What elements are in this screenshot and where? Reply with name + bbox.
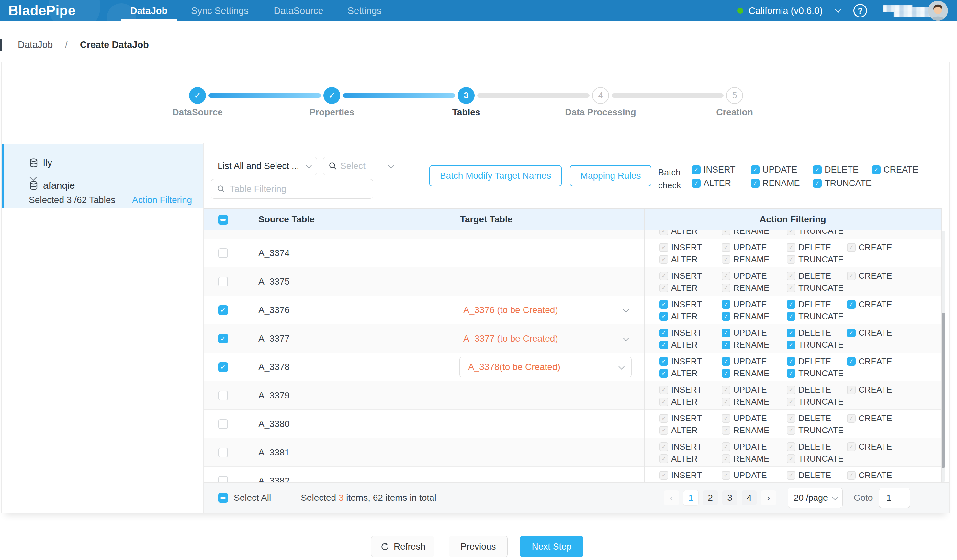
checkbox[interactable]: ✓: [660, 300, 668, 309]
batch-action-insert[interactable]: ✓INSERT: [692, 165, 751, 175]
batch-action-rename[interactable]: ✓RENAME: [751, 178, 813, 188]
checkbox[interactable]: ✓: [813, 179, 822, 188]
checkbox[interactable]: ✓: [751, 166, 760, 174]
refresh-button[interactable]: Refresh: [371, 536, 434, 557]
batch-action-update[interactable]: ✓UPDATE: [751, 165, 813, 175]
checkbox[interactable]: ✓: [787, 341, 796, 349]
help-icon[interactable]: ?: [853, 4, 867, 17]
checkbox[interactable]: ✓: [692, 166, 701, 174]
page-button-2[interactable]: 2: [703, 491, 718, 505]
checkbox[interactable]: ✓: [722, 341, 730, 349]
brand-logo[interactable]: BladePipe: [8, 0, 76, 21]
action-rename[interactable]: ✓RENAME: [722, 311, 787, 321]
action-update[interactable]: ✓UPDATE: [722, 357, 787, 366]
page-button-4[interactable]: 4: [742, 491, 756, 505]
action-create[interactable]: ✓CREATE: [847, 328, 892, 338]
mapping-rules-button[interactable]: Mapping Rules: [570, 165, 651, 186]
action-alter[interactable]: ✓ALTER: [660, 368, 722, 378]
action-truncate[interactable]: ✓TRUNCATE: [787, 340, 847, 350]
checkbox[interactable]: ✓: [660, 328, 668, 337]
checkbox[interactable]: ✓: [218, 305, 228, 315]
checkbox[interactable]: ✓: [660, 341, 668, 349]
nav-item-datajob[interactable]: DataJob: [121, 0, 177, 21]
checkbox[interactable]: ✓: [787, 312, 796, 321]
checkbox[interactable]: ✓: [787, 300, 796, 309]
checkbox[interactable]: ✓: [722, 369, 730, 378]
select-all-header-checkbox[interactable]: [218, 215, 228, 225]
batch-action-truncate[interactable]: ✓TRUNCATE: [813, 178, 872, 188]
action-filtering-link[interactable]: Action Filtering: [132, 195, 192, 205]
checkbox[interactable]: ✓: [218, 362, 228, 372]
scrollbar-thumb[interactable]: [942, 313, 945, 468]
checkbox[interactable]: [218, 277, 228, 287]
action-alter[interactable]: ✓ALTER: [660, 311, 722, 321]
checkbox[interactable]: ✓: [722, 300, 730, 309]
checkbox[interactable]: [218, 448, 228, 457]
batch-action-create[interactable]: ✓CREATE: [872, 165, 919, 175]
table-filter-field[interactable]: [211, 179, 373, 199]
page-button-1[interactable]: 1: [684, 491, 698, 505]
selected-schema-card[interactable]: lly afanqie Selected 3 /62 Tables Action…: [2, 144, 203, 208]
action-insert[interactable]: ✓INSERT: [660, 300, 722, 309]
target-table-name[interactable]: A_3377 (to be Created): [463, 324, 558, 353]
action-rename[interactable]: ✓RENAME: [722, 340, 787, 350]
target-table-select[interactable]: A_3378(to be Created): [460, 357, 632, 377]
target-database-row[interactable]: afanqie: [29, 180, 75, 191]
batch-action-alter[interactable]: ✓ALTER: [692, 178, 751, 188]
checkbox[interactable]: ✓: [660, 357, 668, 366]
checkbox[interactable]: ✓: [787, 328, 796, 337]
checkbox[interactable]: [218, 391, 228, 401]
checkbox[interactable]: [218, 419, 228, 429]
checkbox[interactable]: ✓: [872, 166, 881, 174]
action-create[interactable]: ✓CREATE: [847, 300, 892, 309]
action-truncate[interactable]: ✓TRUNCATE: [787, 311, 847, 321]
environment-selector[interactable]: California (v0.6.0): [749, 0, 823, 21]
select-all-checkbox[interactable]: [218, 493, 228, 503]
action-update[interactable]: ✓UPDATE: [722, 328, 787, 338]
list-mode-select[interactable]: List All and Select ...: [211, 157, 317, 175]
avatar[interactable]: [928, 1, 948, 21]
action-create[interactable]: ✓CREATE: [847, 357, 892, 366]
action-insert[interactable]: ✓INSERT: [660, 357, 722, 366]
pager-next-button[interactable]: ›: [761, 491, 776, 505]
next-step-button[interactable]: Next Step: [520, 536, 583, 557]
checkbox[interactable]: [218, 248, 228, 258]
action-alter[interactable]: ✓ALTER: [660, 340, 722, 350]
checkbox[interactable]: ✓: [787, 357, 796, 366]
checkbox[interactable]: ✓: [660, 369, 668, 378]
page-size-select[interactable]: 20 /page: [788, 488, 843, 508]
checkbox[interactable]: ✓: [847, 300, 856, 309]
batch-action-delete[interactable]: ✓DELETE: [813, 165, 872, 175]
nav-item-sync-settings[interactable]: Sync Settings: [181, 0, 259, 21]
checkbox[interactable]: ✓: [847, 328, 856, 337]
checkbox[interactable]: ✓: [660, 312, 668, 321]
checkbox[interactable]: ✓: [787, 369, 796, 378]
action-rename[interactable]: ✓RENAME: [722, 368, 787, 378]
checkbox[interactable]: ✓: [751, 179, 760, 188]
checkbox[interactable]: ✓: [813, 166, 822, 174]
action-update[interactable]: ✓UPDATE: [722, 300, 787, 309]
checkbox[interactable]: ✓: [692, 179, 701, 188]
batch-modify-target-names-button[interactable]: Batch Modify Target Names: [429, 165, 562, 186]
checkbox[interactable]: ✓: [722, 328, 730, 337]
goto-page-input[interactable]: [879, 488, 910, 508]
target-table-name[interactable]: A_3376 (to be Created): [463, 296, 558, 324]
breadcrumb-parent[interactable]: DataJob: [18, 39, 53, 50]
schema-select[interactable]: Select: [323, 157, 398, 175]
nav-item-datasource[interactable]: DataSource: [264, 0, 333, 21]
previous-button[interactable]: Previous: [449, 536, 508, 557]
action-delete[interactable]: ✓DELETE: [787, 300, 847, 309]
checkbox[interactable]: ✓: [722, 312, 730, 321]
source-database-row[interactable]: lly: [29, 157, 52, 168]
page-button-3[interactable]: 3: [722, 491, 737, 505]
checkbox[interactable]: ✓: [218, 334, 228, 344]
nav-item-settings[interactable]: Settings: [339, 0, 390, 21]
action-delete[interactable]: ✓DELETE: [787, 328, 847, 338]
checkbox[interactable]: ✓: [847, 357, 856, 366]
checkbox[interactable]: ✓: [722, 357, 730, 366]
checkbox[interactable]: [218, 476, 228, 482]
action-delete[interactable]: ✓DELETE: [787, 357, 847, 366]
action-insert[interactable]: ✓INSERT: [660, 328, 722, 338]
table-filter-input[interactable]: [229, 183, 367, 194]
action-truncate[interactable]: ✓TRUNCATE: [787, 368, 847, 378]
